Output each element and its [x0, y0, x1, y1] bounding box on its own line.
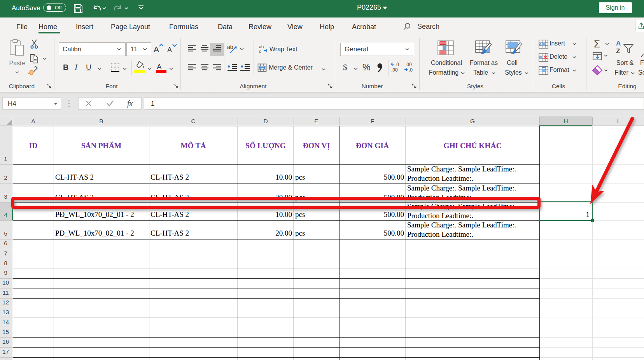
svg-text:c: c	[259, 49, 261, 54]
svg-text:ab: ab	[259, 44, 264, 49]
svg-text:ab: ab	[227, 44, 233, 50]
